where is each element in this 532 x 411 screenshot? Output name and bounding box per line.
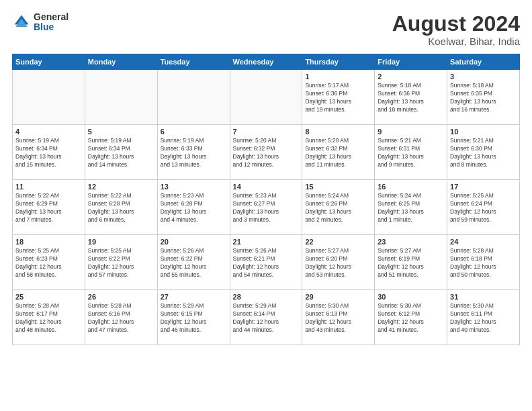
calendar-cell: 13Sunrise: 5:23 AM Sunset: 6:28 PM Dayli…	[157, 180, 230, 235]
week-row-0: 1Sunrise: 5:17 AM Sunset: 6:36 PM Daylig…	[13, 70, 520, 125]
day-number: 16	[378, 183, 444, 191]
week-row-1: 4Sunrise: 5:19 AM Sunset: 6:34 PM Daylig…	[13, 125, 520, 180]
day-number: 6	[161, 128, 227, 136]
calendar-cell: 27Sunrise: 5:29 AM Sunset: 6:15 PM Dayli…	[157, 290, 230, 345]
day-info: Sunrise: 5:24 AM Sunset: 6:25 PM Dayligh…	[378, 192, 444, 224]
calendar-cell: 26Sunrise: 5:28 AM Sunset: 6:16 PM Dayli…	[85, 290, 157, 345]
header-row: SundayMondayTuesdayWednesdayThursdayFrid…	[13, 54, 520, 70]
calendar-cell: 4Sunrise: 5:19 AM Sunset: 6:34 PM Daylig…	[13, 125, 85, 180]
header-day-sunday: Sunday	[13, 54, 85, 70]
subtitle: Koelwar, Bihar, India	[392, 36, 520, 47]
header-day-thursday: Thursday	[302, 54, 375, 70]
header-day-tuesday: Tuesday	[157, 54, 230, 70]
logo-blue: Blue	[34, 22, 69, 32]
day-info: Sunrise: 5:20 AM Sunset: 6:32 PM Dayligh…	[233, 137, 300, 169]
header-day-monday: Monday	[85, 54, 157, 70]
day-number: 19	[88, 238, 154, 246]
calendar: SundayMondayTuesdayWednesdayThursdayFrid…	[12, 54, 520, 345]
calendar-cell	[157, 70, 230, 125]
calendar-cell: 31Sunrise: 5:30 AM Sunset: 6:11 PM Dayli…	[447, 290, 520, 345]
header: General Blue August 2024 Koelwar, Bihar,…	[12, 12, 520, 47]
calendar-header: SundayMondayTuesdayWednesdayThursdayFrid…	[13, 54, 520, 70]
day-number: 7	[233, 128, 300, 136]
day-info: Sunrise: 5:20 AM Sunset: 6:32 PM Dayligh…	[305, 137, 371, 169]
day-number: 30	[378, 293, 444, 301]
header-day-wednesday: Wednesday	[230, 54, 302, 70]
day-number: 8	[305, 128, 371, 136]
day-info: Sunrise: 5:25 AM Sunset: 6:23 PM Dayligh…	[15, 247, 82, 279]
day-info: Sunrise: 5:28 AM Sunset: 6:18 PM Dayligh…	[450, 247, 517, 279]
day-info: Sunrise: 5:24 AM Sunset: 6:26 PM Dayligh…	[305, 192, 371, 224]
day-number: 11	[15, 183, 82, 191]
calendar-cell: 17Sunrise: 5:25 AM Sunset: 6:24 PM Dayli…	[447, 180, 520, 235]
calendar-cell: 20Sunrise: 5:26 AM Sunset: 6:22 PM Dayli…	[157, 235, 230, 290]
calendar-cell: 18Sunrise: 5:25 AM Sunset: 6:23 PM Dayli…	[13, 235, 85, 290]
day-info: Sunrise: 5:30 AM Sunset: 6:12 PM Dayligh…	[378, 302, 444, 334]
day-info: Sunrise: 5:25 AM Sunset: 6:22 PM Dayligh…	[88, 247, 154, 279]
day-number: 1	[305, 73, 371, 81]
day-number: 4	[15, 128, 82, 136]
calendar-cell: 12Sunrise: 5:22 AM Sunset: 6:28 PM Dayli…	[85, 180, 157, 235]
day-number: 9	[378, 128, 444, 136]
day-info: Sunrise: 5:17 AM Sunset: 6:36 PM Dayligh…	[305, 82, 371, 114]
logo-icon	[12, 13, 31, 32]
day-number: 2	[378, 73, 444, 81]
calendar-cell: 14Sunrise: 5:23 AM Sunset: 6:27 PM Dayli…	[230, 180, 302, 235]
calendar-cell: 6Sunrise: 5:19 AM Sunset: 6:33 PM Daylig…	[157, 125, 230, 180]
day-number: 27	[161, 293, 227, 301]
day-info: Sunrise: 5:26 AM Sunset: 6:21 PM Dayligh…	[233, 247, 300, 279]
day-info: Sunrise: 5:30 AM Sunset: 6:13 PM Dayligh…	[305, 302, 371, 334]
calendar-cell: 21Sunrise: 5:26 AM Sunset: 6:21 PM Dayli…	[230, 235, 302, 290]
calendar-cell: 30Sunrise: 5:30 AM Sunset: 6:12 PM Dayli…	[375, 290, 447, 345]
day-info: Sunrise: 5:23 AM Sunset: 6:28 PM Dayligh…	[161, 192, 227, 224]
day-info: Sunrise: 5:19 AM Sunset: 6:34 PM Dayligh…	[88, 137, 154, 169]
day-info: Sunrise: 5:22 AM Sunset: 6:29 PM Dayligh…	[15, 192, 82, 224]
calendar-cell: 25Sunrise: 5:28 AM Sunset: 6:17 PM Dayli…	[13, 290, 85, 345]
day-info: Sunrise: 5:19 AM Sunset: 6:34 PM Dayligh…	[15, 137, 82, 169]
day-info: Sunrise: 5:26 AM Sunset: 6:22 PM Dayligh…	[161, 247, 227, 279]
header-day-saturday: Saturday	[447, 54, 520, 70]
day-info: Sunrise: 5:21 AM Sunset: 6:31 PM Dayligh…	[378, 137, 444, 169]
logo-general: General	[34, 12, 69, 22]
day-number: 17	[450, 183, 517, 191]
day-info: Sunrise: 5:29 AM Sunset: 6:14 PM Dayligh…	[233, 302, 300, 334]
day-number: 21	[233, 238, 300, 246]
calendar-cell: 22Sunrise: 5:27 AM Sunset: 6:20 PM Dayli…	[302, 235, 375, 290]
main-title: August 2024	[392, 12, 520, 36]
day-info: Sunrise: 5:28 AM Sunset: 6:16 PM Dayligh…	[88, 302, 154, 334]
calendar-cell: 2Sunrise: 5:18 AM Sunset: 6:36 PM Daylig…	[375, 70, 447, 125]
day-number: 22	[305, 238, 371, 246]
day-info: Sunrise: 5:18 AM Sunset: 6:35 PM Dayligh…	[450, 82, 517, 114]
day-info: Sunrise: 5:27 AM Sunset: 6:19 PM Dayligh…	[378, 247, 444, 279]
calendar-cell: 29Sunrise: 5:30 AM Sunset: 6:13 PM Dayli…	[302, 290, 375, 345]
day-number: 3	[450, 73, 517, 81]
day-number: 5	[88, 128, 154, 136]
day-number: 15	[305, 183, 371, 191]
day-number: 12	[88, 183, 154, 191]
day-number: 29	[305, 293, 371, 301]
day-number: 13	[161, 183, 227, 191]
day-number: 26	[88, 293, 154, 301]
calendar-body: 1Sunrise: 5:17 AM Sunset: 6:36 PM Daylig…	[13, 70, 520, 345]
day-number: 20	[161, 238, 227, 246]
calendar-cell: 28Sunrise: 5:29 AM Sunset: 6:14 PM Dayli…	[230, 290, 302, 345]
calendar-cell	[13, 70, 85, 125]
calendar-cell: 16Sunrise: 5:24 AM Sunset: 6:25 PM Dayli…	[375, 180, 447, 235]
day-info: Sunrise: 5:21 AM Sunset: 6:30 PM Dayligh…	[450, 137, 517, 169]
day-info: Sunrise: 5:27 AM Sunset: 6:20 PM Dayligh…	[305, 247, 371, 279]
calendar-cell: 8Sunrise: 5:20 AM Sunset: 6:32 PM Daylig…	[302, 125, 375, 180]
calendar-cell	[85, 70, 157, 125]
day-info: Sunrise: 5:29 AM Sunset: 6:15 PM Dayligh…	[161, 302, 227, 334]
day-number: 23	[378, 238, 444, 246]
calendar-cell: 3Sunrise: 5:18 AM Sunset: 6:35 PM Daylig…	[447, 70, 520, 125]
day-info: Sunrise: 5:30 AM Sunset: 6:11 PM Dayligh…	[450, 302, 517, 334]
calendar-cell: 5Sunrise: 5:19 AM Sunset: 6:34 PM Daylig…	[85, 125, 157, 180]
logo: General Blue	[12, 12, 69, 33]
header-day-friday: Friday	[375, 54, 447, 70]
day-number: 24	[450, 238, 517, 246]
week-row-3: 18Sunrise: 5:25 AM Sunset: 6:23 PM Dayli…	[13, 235, 520, 290]
day-info: Sunrise: 5:28 AM Sunset: 6:17 PM Dayligh…	[15, 302, 82, 334]
calendar-cell: 11Sunrise: 5:22 AM Sunset: 6:29 PM Dayli…	[13, 180, 85, 235]
calendar-cell: 1Sunrise: 5:17 AM Sunset: 6:36 PM Daylig…	[302, 70, 375, 125]
calendar-cell: 23Sunrise: 5:27 AM Sunset: 6:19 PM Dayli…	[375, 235, 447, 290]
